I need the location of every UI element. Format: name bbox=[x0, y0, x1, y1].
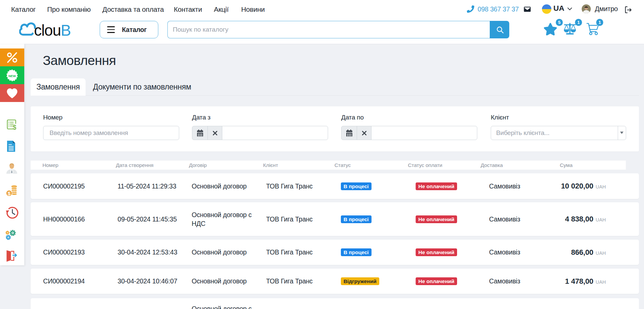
svg-text:NEW: NEW bbox=[8, 74, 16, 77]
svg-text:$: $ bbox=[12, 124, 16, 130]
svg-text:$: $ bbox=[8, 191, 11, 196]
